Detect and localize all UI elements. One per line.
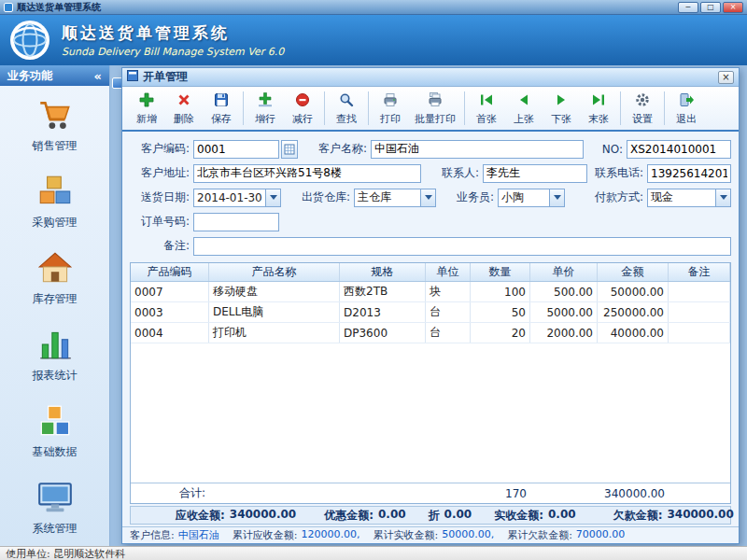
customer-code-label: 客户编码: — [134, 141, 193, 157]
toolbar-label: 增行 — [255, 112, 275, 126]
salesman-value: 小陶 — [499, 189, 549, 205]
chevron-down-icon[interactable] — [715, 189, 730, 206]
billing-titlebar[interactable]: 开单管理 × — [122, 68, 739, 87]
sidebar-item-system[interactable]: 系统管理 — [0, 469, 109, 546]
toolbar-label: 退出 — [676, 112, 697, 126]
warehouse-select[interactable]: 主仓库 — [354, 189, 436, 207]
billing-statusbar: 客户信息: 中国石油 累计应收金额: 120000.00, 累计实收金额: 50… — [122, 526, 739, 543]
toolbar-batch-print-button[interactable]: 批量打印 — [409, 88, 461, 130]
table-row[interactable]: 0003 DELL电脑 D2013 台 50 5000.00 250000.00 — [131, 302, 730, 323]
delivery-date-value: 2014-01-30 — [194, 191, 265, 204]
customer-address-input[interactable] — [193, 164, 421, 183]
col-header-spec[interactable]: 规格 — [340, 263, 426, 281]
discount-amount: 优惠金额: 0.00 — [324, 508, 405, 524]
col-header-remark[interactable]: 备注 — [669, 263, 730, 281]
toolbar-remove-row-button[interactable]: 减行 — [284, 88, 321, 130]
print-icon — [382, 91, 399, 111]
debt-amount-value: 340000.00 — [667, 508, 733, 524]
no-label: NO: — [597, 143, 627, 156]
customer-lookup-button[interactable] — [281, 140, 298, 159]
sidebar-collapse-button[interactable]: « — [94, 70, 102, 82]
toolbar-last-button[interactable]: 末张 — [580, 88, 617, 130]
toolbar-new-button[interactable]: 新增 — [128, 88, 165, 130]
sidebar-title: 业务功能 — [7, 68, 52, 84]
sidebar-item-purchase[interactable]: 采购管理 — [0, 162, 109, 239]
discount-rate: 折 0.00 — [429, 508, 472, 524]
billing-window-title: 开单管理 — [143, 69, 188, 85]
toolbar-next-button[interactable]: 下张 — [543, 88, 580, 130]
header-titles: 顺达送货单管理系统 Sunda Delivery Bill Manage Sys… — [62, 22, 284, 58]
col-header-amount[interactable]: 金额 — [598, 263, 669, 281]
col-header-product-name[interactable]: 产品名称 — [209, 263, 340, 281]
remark-input[interactable] — [193, 237, 731, 256]
maximize-button[interactable]: □ — [700, 2, 721, 13]
contact-input[interactable] — [483, 164, 587, 183]
toolbar-separator — [620, 91, 621, 125]
sidebar-item-inventory[interactable]: 库存管理 — [0, 239, 109, 315]
customer-name-input[interactable] — [371, 140, 584, 159]
col-header-product-code[interactable]: 产品编码 — [131, 263, 209, 281]
sidebar: 业务功能 « 销售管理 — [0, 65, 110, 546]
sidebar-item-label: 报表统计 — [33, 368, 78, 384]
toolbar-label: 减行 — [292, 112, 313, 126]
toolbar-settings-button[interactable]: 设置 — [624, 88, 661, 130]
form-row-5: 备注: — [134, 236, 731, 256]
toolbar-label: 删除 — [174, 112, 194, 126]
salesman-select[interactable]: 小陶 — [498, 189, 565, 207]
payment-select[interactable]: 现金 — [647, 189, 731, 207]
col-header-quantity[interactable]: 数量 — [471, 263, 530, 281]
total-spacer — [340, 483, 426, 503]
first-page-icon — [478, 91, 495, 111]
minimize-button[interactable]: ─ — [678, 2, 698, 13]
prev-page-icon — [515, 91, 532, 111]
remark-label: 备注: — [134, 238, 193, 254]
toolbar-add-row-button[interactable]: 增行 — [247, 88, 284, 130]
toolbar-label: 新增 — [136, 112, 157, 126]
chevron-down-icon[interactable] — [420, 189, 435, 206]
toolbar-separator — [464, 91, 465, 125]
cumulative-receivable-value: 120000.00, — [301, 528, 359, 542]
last-page-icon — [590, 91, 607, 111]
toolbar-delete-button[interactable]: 删除 — [165, 88, 203, 130]
main-area: 业务功能 « 销售管理 — [0, 65, 747, 546]
chevron-down-icon[interactable] — [549, 189, 564, 206]
app-icon — [4, 3, 13, 12]
delete-icon — [176, 91, 192, 111]
table-row[interactable]: 0007 移动硬盘 西数2TB 块 100 500.00 50000.00 — [131, 282, 730, 302]
col-header-price[interactable]: 单价 — [530, 263, 598, 281]
toolbar-save-button[interactable]: 保存 — [203, 88, 240, 130]
toolbar-find-button[interactable]: 查找 — [328, 88, 365, 130]
sidebar-item-label: 采购管理 — [33, 215, 78, 231]
total-spacer — [669, 483, 730, 503]
customer-info-label: 客户信息: — [130, 528, 175, 542]
toolbar-prev-button[interactable]: 上张 — [505, 88, 543, 130]
col-header-unit[interactable]: 单位 — [426, 263, 471, 281]
app-header: 顺达送货单管理系统 Sunda Delivery Bill Manage Sys… — [0, 15, 747, 65]
sidebar-item-basedata[interactable]: 基础数据 — [0, 393, 109, 469]
sidebar-item-reports[interactable]: 报表统计 — [0, 316, 109, 393]
chevron-down-icon[interactable] — [265, 189, 280, 206]
cell-price: 5000.00 — [530, 302, 598, 322]
cell-quantity: 100 — [471, 282, 530, 301]
toolbar-first-button[interactable]: 首张 — [468, 88, 505, 130]
billing-close-button[interactable]: × — [718, 71, 734, 84]
toolbar-label: 保存 — [211, 112, 232, 126]
customer-name-label: 客户名称: — [311, 141, 371, 157]
no-input[interactable] — [627, 140, 731, 159]
cell-spec: D2013 — [340, 302, 426, 322]
order-no-input[interactable] — [193, 213, 279, 231]
billing-form: 客户编码: 客户名称: NO: 客户地址: 联系人: 联系电话: — [122, 132, 739, 262]
sidebar-item-sales[interactable]: 销售管理 — [0, 86, 109, 162]
payment-label: 付款方式: — [587, 189, 647, 205]
toolbar-exit-button[interactable]: 退出 — [668, 88, 705, 130]
toolbar-print-button[interactable]: 打印 — [372, 88, 409, 130]
phone-input[interactable] — [647, 164, 731, 183]
table-row[interactable]: 0004 打印机 DP3600 台 20 2000.00 40000.00 — [131, 323, 730, 343]
warehouse-label: 出货仓库: — [294, 189, 354, 205]
cell-remark — [669, 323, 730, 343]
customer-code-input[interactable] — [193, 140, 279, 159]
app-title: 顺达送货单管理系统 — [62, 22, 284, 44]
delivery-date-picker[interactable]: 2014-01-30 — [193, 189, 281, 207]
warehouse-value: 主仓库 — [355, 189, 420, 205]
close-button[interactable]: × — [723, 2, 743, 13]
